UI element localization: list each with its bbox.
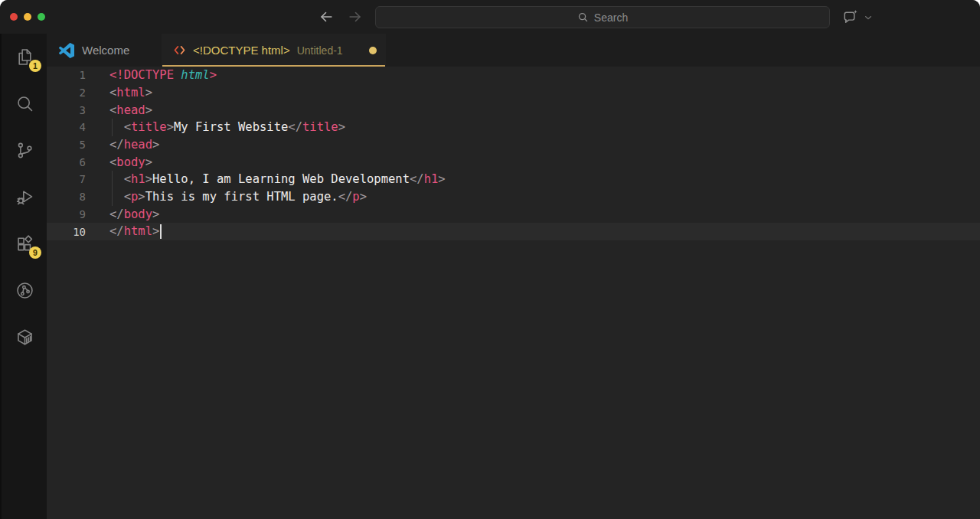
activity-bar-item-extensions[interactable]: 9 [2,220,48,267]
indent-guide [112,119,113,136]
circle-graph-icon [15,280,35,301]
code-text: <!DOCTYPE html> [109,68,217,82]
code-line-7[interactable]: 7 <h1>Hello, I am Learning Web Developme… [47,171,980,188]
code-line-10[interactable]: 10</html> [47,223,980,240]
titlebar: Search [0,0,980,34]
vscode-logo-icon [59,43,74,58]
line-number: 4 [47,121,109,133]
forward-arrow-icon [347,8,364,25]
search-placeholder: Search [594,11,628,24]
close-button[interactable] [10,13,18,21]
indent-guide [112,188,113,206]
code-line-3[interactable]: 3<head> [47,101,980,119]
chevron-down-icon [863,12,874,23]
debug-icon [15,187,35,207]
code-text: <body> [109,155,152,169]
cube-icon [15,327,35,348]
vscode-window: Search 1 9 [0,0,980,519]
line-number: 8 [47,191,109,203]
code-line-5[interactable]: 5</head> [47,136,980,154]
line-number: 3 [47,104,109,116]
line-number: 1 [47,69,109,81]
code-line-6[interactable]: 6<body> [47,153,980,171]
code-text: <p>This is my first HTML page.</p> [109,190,367,204]
line-number: 5 [47,139,109,151]
indent-guide [112,171,113,188]
tab-title: <!DOCTYPE html> [193,44,290,57]
activity-bar-item-source-control-graph[interactable] [2,267,48,314]
code-text: <html> [109,86,152,100]
traffic-lights [10,13,45,21]
code-text: <title>My First Website</title> [109,120,345,134]
code-line-2[interactable]: 2<html> [47,84,980,102]
code-line-1[interactable]: 1<!DOCTYPE html> [47,67,980,84]
code-text: <head> [109,103,152,117]
maximize-button[interactable] [38,13,45,21]
activity-bar-item-source-control[interactable] [2,127,48,174]
code-line-8[interactable]: 8 <p>This is my first HTML page.</p> [47,188,980,206]
minimize-button[interactable] [24,13,31,21]
search-icon [577,11,589,23]
code-text: </body> [109,207,159,221]
activity-bar-item-container-tools[interactable] [2,314,48,361]
activity-bar: 1 9 [0,34,47,519]
tab-bar: Welcome <!DOCTYPE html> Untitled-1 [47,34,980,67]
tab-description: Untitled-1 [297,44,343,57]
code-text: </html> [109,224,162,239]
tab-welcome[interactable]: Welcome [47,34,162,67]
activity-bar-item-explorer[interactable]: 1 [2,34,48,80]
code-line-9[interactable]: 9</body> [47,206,980,224]
line-number: 10 [47,226,109,238]
code-text: </head> [109,138,159,152]
copilot-menu[interactable] [841,8,874,27]
explorer-badge: 1 [29,60,41,72]
command-center-search[interactable]: Search [375,6,830,28]
copilot-chat-icon [841,8,860,27]
forward-button[interactable] [345,6,366,28]
line-number: 9 [47,208,109,220]
html-file-icon [173,44,186,57]
code-line-4[interactable]: 4 <title>My First Website</title> [47,119,980,136]
source-control-icon [15,140,35,161]
tab-untitled-1[interactable]: <!DOCTYPE html> Untitled-1 [162,34,386,67]
back-button[interactable] [315,6,337,28]
activity-bar-item-search[interactable] [2,80,48,127]
code-editor[interactable]: 1<!DOCTYPE html>2<html>3<head>4 <title>M… [47,67,980,519]
unsaved-changes-dot[interactable] [369,47,377,54]
text-cursor [160,224,162,239]
line-number: 2 [47,86,109,99]
line-number: 7 [47,173,109,185]
nav-history [315,5,366,28]
back-arrow-icon [318,8,335,25]
code-text: <h1>Hello, I am Learning Web Development… [109,172,446,186]
line-number: 6 [47,156,109,168]
activity-bar-item-run-and-debug[interactable] [2,174,48,220]
extensions-badge: 9 [29,246,41,259]
tab-welcome-label: Welcome [82,44,129,57]
search-icon [15,93,35,114]
